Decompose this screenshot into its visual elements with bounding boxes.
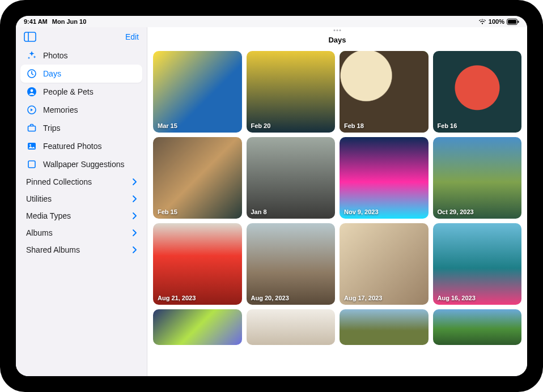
photo-grid-scroll[interactable]: Mar 15Feb 20Feb 18Feb 16Feb 15Jan 8Nov 9… [147,48,527,376]
svg-rect-3 [24,32,36,41]
day-tile[interactable]: Jan 8 [247,137,336,219]
day-tile[interactable]: Nov 9, 2023 [340,137,429,219]
svg-point-11 [29,144,31,146]
sidebar-item-label: People & Pets [43,87,94,96]
main-pane: Days Mar 15Feb 20Feb 18Feb 16Feb 15Jan 8… [147,27,527,376]
day-tile[interactable]: Feb 16 [433,51,522,133]
content: Edit PhotosDaysPeople & PetsMemoriesTrip… [16,27,527,376]
sidebar-item-people-pets[interactable]: People & Pets [20,83,142,101]
chevron-right-icon [132,246,137,253]
thumbnail-image [340,309,429,345]
sidebar-group-label: Utilities [26,194,52,203]
sidebar-top: Edit [20,31,142,46]
day-tile[interactable]: Feb 15 [153,137,242,219]
sidebar-item-wallpaper-suggestions[interactable]: Wallpaper Suggestions [20,155,142,173]
svg-rect-12 [28,161,35,168]
chevron-right-icon [132,178,137,185]
day-tile[interactable] [247,309,336,345]
sidebar-item-trips[interactable]: Trips [20,119,142,137]
day-tile[interactable]: Feb 18 [340,51,429,133]
photo-icon [26,140,37,152]
chevron-right-icon [132,229,137,236]
sidebar-toggle-icon[interactable] [24,32,36,42]
day-tile[interactable]: Aug 16, 2023 [433,223,522,305]
sidebar-group-utilities[interactable]: Utilities [20,190,142,207]
thumbnail-image [433,309,522,345]
day-tile-date: Aug 21, 2023 [158,295,196,301]
thumbnail-image [153,223,242,305]
day-tile-date: Jan 8 [251,208,267,215]
day-tile-date: Aug 17, 2023 [344,295,382,301]
day-tile[interactable] [153,309,242,345]
day-tile[interactable]: Feb 20 [247,51,336,133]
sidebar-group-label: Shared Albums [26,245,80,254]
battery-percent: 100% [489,18,504,25]
sidebar-group-label: Pinned Collections [26,177,92,186]
sidebar: Edit PhotosDaysPeople & PetsMemoriesTrip… [16,27,147,376]
day-tile-date: Oct 29, 2023 [438,208,474,215]
chevron-right-icon [132,212,137,219]
svg-rect-2 [518,20,519,23]
day-tile-date: Nov 9, 2023 [344,208,379,215]
clock-icon [26,68,37,79]
svg-rect-1 [508,20,516,24]
sidebar-item-photos[interactable]: Photos [20,46,142,65]
thumbnail-image [247,223,336,305]
thumbnail-image [340,223,429,305]
sidebar-group-label: Albums [26,228,53,237]
day-tile-date: Feb 15 [158,208,177,215]
page-title: Days [328,36,346,44]
svg-rect-10 [28,143,36,150]
sidebar-group-label: Media Types [26,211,71,220]
day-tile[interactable] [340,309,429,345]
sidebar-item-days[interactable]: Days [20,65,142,83]
suitcase-icon [26,122,37,134]
day-tile-date: Mar 15 [158,122,177,129]
thumbnail-image [433,137,522,219]
thumbnail-image [153,51,242,133]
sidebar-item-label: Days [43,69,61,78]
rectangle-icon [26,159,37,170]
wifi-icon [478,19,486,24]
sidebar-item-label: Memories [43,105,78,114]
sidebar-item-featured-photos[interactable]: Featured Photos [20,137,142,155]
sidebar-group-media-types[interactable]: Media Types [20,207,142,224]
status-date: Mon Jun 10 [52,18,87,25]
status-left: 9:41 AM Mon Jun 10 [24,18,86,25]
sidebar-group-shared-albums[interactable]: Shared Albums [20,241,142,258]
sidebar-item-label: Featured Photos [43,142,102,151]
status-time: 9:41 AM [24,18,48,25]
day-tile[interactable] [433,309,522,345]
thumbnail-image [433,223,522,305]
sidebar-item-label: Wallpaper Suggestions [43,160,124,169]
thumbnail-image [153,137,242,219]
edit-button[interactable]: Edit [125,32,139,41]
day-tile[interactable]: Aug 17, 2023 [340,223,429,305]
day-tile[interactable]: Oct 29, 2023 [433,137,522,219]
day-tile-date: Aug 16, 2023 [438,295,476,301]
thumbnail-image [247,51,336,133]
day-tile-date: Aug 20, 2023 [251,295,289,301]
sidebar-item-label: Photos [43,51,68,60]
multitasking-dots-icon[interactable] [334,29,341,31]
sidebar-group-pinned-collections[interactable]: Pinned Collections [20,173,142,190]
thumbnail-image [433,51,522,133]
thumbnail-image [340,51,429,133]
thumbnail-image [340,137,429,219]
sidebar-item-memories[interactable]: Memories [20,101,142,119]
person-icon [26,86,37,97]
sidebar-group-albums[interactable]: Albums [20,224,142,241]
chevron-right-icon [132,195,137,202]
thumbnail-image [247,137,336,219]
thumbnail-image [247,309,336,345]
main-header: Days [147,27,527,48]
battery-icon [507,19,519,25]
day-tile-date: Feb 16 [438,122,457,129]
screen: 9:41 AM Mon Jun 10 100% Edit [16,16,527,376]
day-tile[interactable]: Mar 15 [153,51,242,133]
day-tile-date: Feb 20 [251,122,271,129]
day-tile[interactable]: Aug 20, 2023 [247,223,336,305]
sparkle-icon [26,50,37,61]
photo-grid: Mar 15Feb 20Feb 18Feb 16Feb 15Jan 8Nov 9… [153,51,521,345]
day-tile[interactable]: Aug 21, 2023 [153,223,242,305]
